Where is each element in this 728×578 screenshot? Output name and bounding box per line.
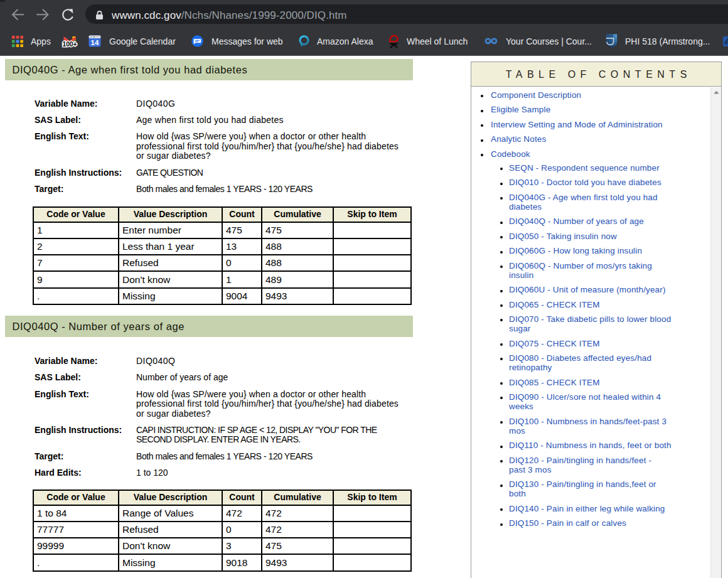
svg-text:100+: 100+ [63, 40, 77, 47]
svg-text:14: 14 [91, 39, 99, 46]
